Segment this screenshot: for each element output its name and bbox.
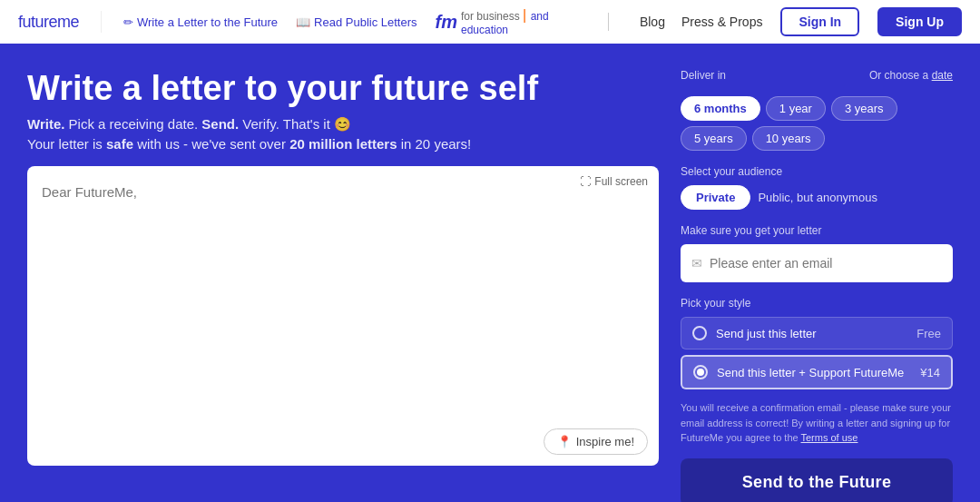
- audience-label: Select your audience: [681, 165, 953, 178]
- fullscreen-icon: ⛶: [580, 175, 591, 188]
- letter-box: ⛶ Full screen 📍 Inspire me!: [27, 166, 659, 466]
- audience-private[interactable]: Private: [681, 185, 750, 210]
- time-btn-10years[interactable]: 10 years: [752, 126, 825, 151]
- radio-plain: [692, 326, 707, 340]
- send-button[interactable]: Send to the Future: [681, 458, 953, 503]
- time-btn-1year[interactable]: 1 year: [766, 96, 826, 121]
- hero-safe-text: Your letter is safe with us - we've sent…: [27, 136, 659, 152]
- time-btn-6months[interactable]: 6 months: [681, 96, 760, 121]
- logo[interactable]: futureme: [18, 13, 79, 32]
- hero-write-bold: Write.: [27, 116, 64, 132]
- hero-million-bold: 20 million letters: [289, 136, 397, 152]
- main-content: Write a letter to your future self Write…: [0, 44, 980, 502]
- fullscreen-button[interactable]: ⛶ Full screen: [580, 175, 648, 188]
- nav-write-letter[interactable]: ✏ Write a Letter to the Future: [123, 15, 278, 29]
- style-premium-price: ¥14: [920, 366, 940, 379]
- style-options: Send just this letter Free Send this let…: [681, 317, 953, 389]
- book-icon: 📖: [296, 15, 310, 29]
- terms-text: You will receive a confirmation email - …: [681, 400, 953, 446]
- time-btn-3years[interactable]: 3 years: [831, 96, 897, 121]
- signin-button[interactable]: Sign In: [780, 7, 859, 36]
- style-option-premium[interactable]: Send this letter + Support FutureMe ¥14: [681, 355, 953, 389]
- hero-title: Write a letter to your future self: [27, 69, 659, 109]
- fm-branding: fm for business | and education: [436, 7, 586, 36]
- time-buttons: 6 months 1 year 3 years 5 years 10 years: [681, 96, 953, 151]
- fm-for-business: for business | and education: [461, 7, 586, 36]
- press-link[interactable]: Press & Props: [681, 15, 762, 29]
- deliver-label: Deliver in: [681, 69, 726, 82]
- date-link[interactable]: date: [932, 69, 953, 82]
- email-input[interactable]: [710, 256, 942, 271]
- pencil-icon: ✏: [123, 15, 133, 29]
- style-plain-price: Free: [916, 327, 941, 340]
- terms-link[interactable]: Terms of use: [801, 432, 858, 443]
- email-input-wrapper: ✉: [681, 244, 953, 282]
- nav-read-letters[interactable]: 📖 Read Public Letters: [296, 15, 416, 29]
- inspire-button[interactable]: 📍 Inspire me!: [544, 428, 648, 455]
- time-btn-5years[interactable]: 5 years: [681, 126, 747, 151]
- audience-public-text: Public, but anonymous: [758, 191, 877, 204]
- style-plain-label: Send just this letter: [716, 327, 817, 340]
- deliver-row: Deliver in Or choose a date: [681, 69, 953, 89]
- right-panel: Deliver in Or choose a date 6 months 1 y…: [681, 69, 953, 502]
- style-option-plain[interactable]: Send just this letter Free: [681, 317, 953, 349]
- radio-premium: [693, 365, 708, 379]
- or-choose-text: Or choose a date: [869, 69, 953, 82]
- header-links: Blog Press & Props: [640, 15, 763, 29]
- header: futureme ✏ Write a Letter to the Future …: [0, 0, 980, 44]
- hero-send-bold: Send.: [201, 116, 239, 132]
- blog-link[interactable]: Blog: [640, 15, 665, 29]
- style-label: Pick your style: [681, 297, 953, 310]
- email-label: Make sure you get your letter: [681, 224, 953, 237]
- signup-button[interactable]: Sign Up: [877, 7, 962, 36]
- pipe-divider: |: [523, 7, 531, 23]
- letter-textarea[interactable]: [42, 184, 644, 420]
- style-premium-label: Send this letter + Support FutureMe: [717, 366, 904, 379]
- fm-logo-text: fm: [436, 12, 457, 33]
- audience-buttons: Private Public, but anonymous: [681, 185, 953, 210]
- hero-subtitle: Write. Pick a receiving date. Send. Veri…: [27, 116, 659, 133]
- email-icon: ✉: [691, 256, 702, 271]
- inspire-icon: 📍: [557, 435, 572, 448]
- hero-safe-bold: safe: [106, 136, 133, 152]
- left-panel: Write a letter to your future self Write…: [27, 69, 659, 502]
